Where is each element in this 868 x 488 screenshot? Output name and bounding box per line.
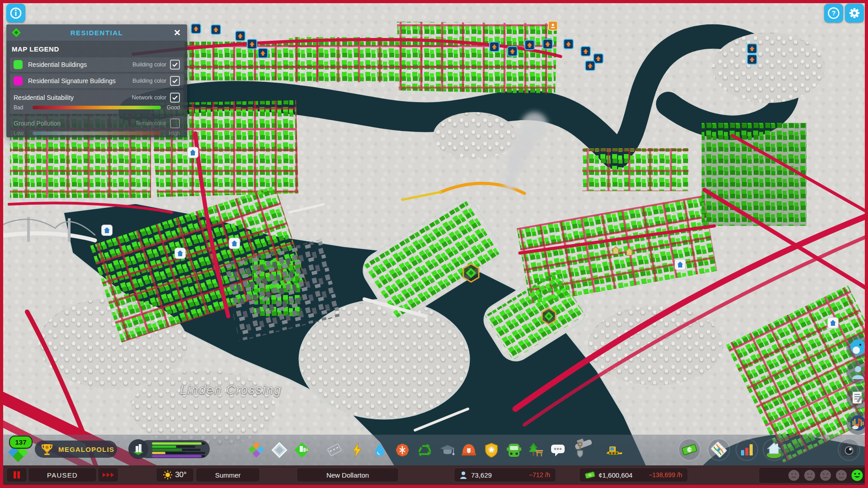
level-up-badge[interactable] (258, 48, 268, 58)
residential-service-icon[interactable] (827, 317, 839, 328)
tool-photo-mode[interactable] (839, 439, 859, 460)
tool-education[interactable] (439, 441, 457, 459)
checkbox-checked[interactable] (170, 93, 180, 103)
level-up-badge[interactable] (563, 39, 574, 49)
happiness-very-sad-icon (788, 469, 800, 481)
chirper-button[interactable] (846, 335, 868, 359)
tool-zones[interactable] (248, 441, 266, 459)
budget-widget[interactable]: ¢1,600,604 −138,699 /h (579, 468, 688, 482)
legend-block-pollution: Ground Pollution Terrain color Low High (10, 116, 184, 140)
settings-button[interactable] (845, 4, 864, 23)
city-title-pill[interactable]: MEGALOPOLIS (35, 441, 117, 458)
notes-icon (850, 390, 866, 405)
radio-button[interactable] (846, 411, 868, 435)
level-up-badge[interactable] (585, 61, 595, 71)
citizen-lifepath-button[interactable] (846, 361, 868, 384)
season-widget[interactable]: Summer (196, 468, 260, 482)
tool-city-progression[interactable] (764, 439, 784, 460)
person-icon (460, 471, 467, 479)
tool-economy[interactable]: ¢ (679, 439, 700, 460)
legend-row-residential-buildings: Residential Buildings Building color (10, 57, 184, 72)
green-swatch (14, 60, 23, 69)
tool-statistics[interactable] (736, 439, 757, 460)
tool-fire-rescue[interactable] (460, 441, 478, 459)
game-screen: Linden Crossing (0, 0, 868, 488)
happiness-content-icon (835, 469, 847, 481)
level-up-badge[interactable] (235, 31, 245, 41)
bird-icon (849, 338, 867, 356)
tool-bulldozer[interactable] (606, 441, 624, 459)
tool-water-sewage[interactable] (371, 441, 389, 459)
residential-service-icon[interactable] (675, 259, 686, 270)
signature-hex-marker[interactable] (541, 307, 557, 327)
tool-terraforming[interactable] (571, 441, 589, 459)
gear-icon (848, 6, 861, 20)
district-label: Linden Crossing (180, 383, 282, 397)
pause-icon (13, 471, 21, 479)
svg-text:?: ? (832, 9, 836, 17)
milestone-button[interactable]: 137 (4, 435, 32, 465)
weather-widget[interactable]: 30° (156, 468, 194, 482)
close-icon[interactable]: ✕ (172, 28, 183, 38)
residential-service-icon[interactable] (229, 238, 240, 249)
info-icon (9, 7, 22, 19)
residential-zone-icon (11, 28, 22, 38)
panel-title: RESIDENTIAL (22, 29, 172, 37)
landmark-house-marker[interactable] (611, 246, 620, 256)
main-toolbar: 137 MEGALOPOLIS (0, 435, 868, 465)
tool-roads[interactable] (326, 441, 344, 459)
status-bar: PAUSED 30° Summer New Dollarton 73,629 −… (0, 465, 868, 488)
landmark-house-marker[interactable] (625, 248, 634, 258)
journal-button[interactable] (846, 386, 868, 409)
tool-signature-buildings[interactable] (293, 441, 311, 459)
legend-block-suitability: Residential Suitability Network color Ba… (10, 90, 184, 114)
budget-rate: −138,699 /h (649, 471, 682, 479)
tool-info-views[interactable] (708, 439, 729, 460)
level-up-badge[interactable] (489, 42, 500, 52)
level-up-badge[interactable] (542, 39, 553, 49)
trophy-icon (40, 442, 54, 456)
residential-service-icon[interactable] (175, 248, 186, 259)
money-bill-icon (585, 471, 595, 479)
city-title: MEGALOPOLIS (58, 446, 114, 453)
person-icon (850, 365, 866, 380)
level-up-badge[interactable] (507, 46, 518, 56)
level-up-badge[interactable] (211, 24, 221, 35)
level-up-badge[interactable] (247, 39, 257, 49)
level-up-badge[interactable] (191, 23, 201, 34)
signature-hex-marker[interactable] (462, 263, 480, 285)
tool-parks-recreation[interactable] (527, 441, 545, 459)
residential-service-icon[interactable] (187, 147, 198, 158)
sim-state-label[interactable]: PAUSED (28, 468, 97, 482)
demand-panel[interactable] (128, 439, 210, 459)
citizen-marker[interactable] (548, 21, 558, 31)
speed-button[interactable] (98, 468, 118, 482)
magenta-swatch (14, 76, 23, 85)
fast-forward-icon (102, 472, 114, 478)
happiness-widget[interactable] (759, 467, 868, 483)
checkbox-checked[interactable] (170, 60, 180, 70)
tool-transportation[interactable] (505, 441, 523, 459)
pause-button[interactable] (6, 468, 27, 482)
tool-areas[interactable] (270, 441, 288, 459)
level-up-badge[interactable] (524, 40, 535, 50)
suitability-gradient (33, 106, 161, 109)
level-up-badge[interactable] (747, 43, 757, 54)
info-views-button[interactable] (6, 4, 25, 23)
tool-garbage[interactable] (416, 441, 434, 459)
happiness-neutral-icon (820, 469, 831, 481)
panel-header[interactable]: RESIDENTIAL ✕ (6, 24, 187, 41)
help-button[interactable]: ? (824, 4, 843, 23)
population-widget[interactable]: 73,629 −712 /h (454, 468, 556, 482)
tool-communications[interactable] (549, 441, 567, 459)
checkbox-unchecked[interactable] (170, 118, 180, 128)
population-rate: −712 /h (529, 471, 550, 479)
city-name-button[interactable]: New Dollarton (297, 468, 399, 482)
tool-police[interactable] (482, 441, 500, 459)
level-up-badge[interactable] (747, 54, 757, 65)
level-up-badge[interactable] (580, 46, 591, 56)
tool-healthcare[interactable] (393, 441, 411, 459)
tool-electricity[interactable] (348, 441, 366, 459)
checkbox-checked[interactable] (170, 76, 180, 86)
residential-service-icon[interactable] (101, 225, 113, 236)
